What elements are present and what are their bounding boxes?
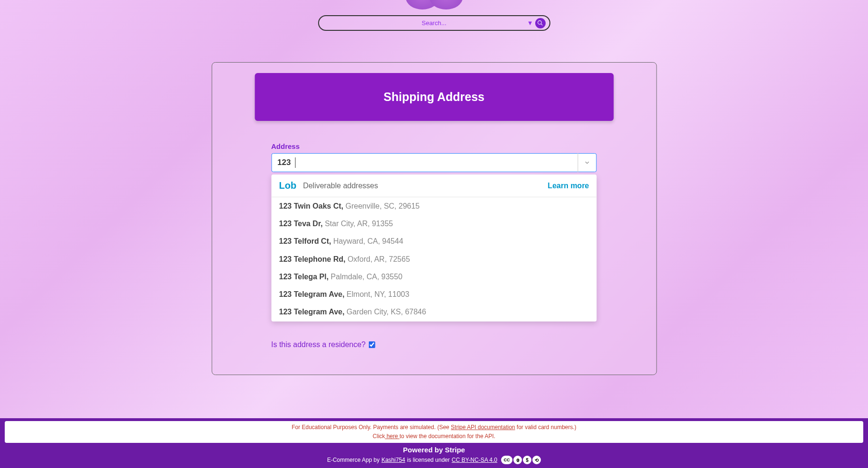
residence-label: Is this address a residence? bbox=[271, 340, 365, 349]
suggestion-item[interactable]: 123 Telegram Ave, Elmont, NY, 11003 bbox=[271, 285, 596, 303]
search-container: Search... ▼ bbox=[318, 15, 550, 31]
cc-icons: CC 🄯 $ ⟲ bbox=[501, 456, 541, 464]
suggestion-secondary: Palmdale, CA, 93550 bbox=[330, 273, 402, 281]
cc-by-icon: 🄯 bbox=[513, 456, 522, 464]
search-icon bbox=[537, 20, 543, 26]
suggestion-secondary: Star City, AR, 91355 bbox=[325, 220, 393, 228]
cc-icon: CC bbox=[501, 456, 512, 464]
decorative-blobs bbox=[411, 0, 458, 9]
notice-line-2: Click here to view the documentation for… bbox=[5, 432, 863, 441]
suggestion-secondary: Elmont, NY, 11003 bbox=[347, 290, 409, 298]
notice-text: for valid card numbers.) bbox=[515, 424, 576, 431]
suggestion-primary: 123 Telephone Rd, bbox=[279, 255, 345, 263]
card-title: Shipping Address bbox=[255, 73, 613, 121]
address-suggestions-dropdown: Lob Deliverable addresses Learn more 123… bbox=[271, 174, 596, 321]
suggestion-item[interactable]: 123 Telephone Rd, Oxford, AR, 72565 bbox=[271, 250, 596, 268]
suggestion-primary: 123 Telegram Ave, bbox=[279, 290, 344, 298]
suggestion-secondary: Hayward, CA, 94544 bbox=[333, 237, 403, 245]
suggestion-primary: 123 Telega Pl, bbox=[279, 273, 329, 281]
address-form: Address Lob Deliverable addresses Learn … bbox=[255, 142, 613, 349]
search-button[interactable] bbox=[535, 18, 546, 28]
address-input-wrapper: Lob Deliverable addresses Learn more 123… bbox=[271, 153, 596, 172]
suggestion-primary: 123 Twin Oaks Ct, bbox=[279, 202, 343, 210]
suggestion-item[interactable]: 123 Telford Ct, Hayward, CA, 94544 bbox=[271, 232, 596, 250]
suggestion-item[interactable]: 123 Twin Oaks Ct, Greenville, SC, 29615 bbox=[271, 197, 596, 215]
suggestion-list: 123 Twin Oaks Ct, Greenville, SC, 296151… bbox=[271, 197, 596, 321]
license-text: is licensed under bbox=[407, 457, 450, 463]
residence-row: Is this address a residence? bbox=[271, 340, 597, 349]
suggestion-primary: 123 Telford Ct, bbox=[279, 237, 331, 245]
svg-line-1 bbox=[541, 24, 542, 25]
notice-text: For Educational Purposes Only. Payments … bbox=[292, 424, 451, 431]
license-link[interactable]: CC BY-NC-SA 4.0 bbox=[452, 457, 497, 463]
lob-logo: Lob bbox=[279, 180, 296, 191]
footer-notice: For Educational Purposes Only. Payments … bbox=[5, 421, 863, 443]
learn-more-link[interactable]: Learn more bbox=[548, 182, 589, 190]
suggestion-item[interactable]: 123 Telegram Ave, Garden City, KS, 67846 bbox=[271, 303, 596, 321]
search-input[interactable]: Search... ▼ bbox=[318, 15, 550, 31]
residence-checkbox[interactable] bbox=[368, 341, 375, 348]
api-docs-link[interactable]: here bbox=[385, 433, 400, 440]
notice-text: Click bbox=[373, 433, 385, 440]
svg-point-0 bbox=[538, 21, 542, 25]
suggestions-subtitle: Deliverable addresses bbox=[303, 182, 548, 190]
dropdown-toggle[interactable] bbox=[577, 153, 596, 172]
cc-nc-icon: $ bbox=[523, 456, 531, 464]
cc-sa-icon: ⟲ bbox=[532, 456, 541, 464]
suggestion-item[interactable]: 123 Telegraph Hill Rd, Holmdel, NJ, 0773… bbox=[271, 321, 596, 321]
author-link[interactable]: Kashi754 bbox=[382, 457, 405, 463]
powered-by: Powered by Stripe bbox=[0, 446, 868, 454]
notice-line-1: For Educational Purposes Only. Payments … bbox=[5, 423, 863, 432]
stripe-docs-link[interactable]: Stripe API documentation bbox=[451, 424, 515, 431]
address-label: Address bbox=[271, 142, 597, 150]
search-actions: ▼ bbox=[527, 18, 546, 28]
suggestion-secondary: Greenville, SC, 29615 bbox=[345, 202, 420, 210]
page-footer: For Educational Purposes Only. Payments … bbox=[0, 418, 868, 468]
filter-icon[interactable]: ▼ bbox=[527, 19, 533, 27]
notice-text: to view the documentation for the API. bbox=[400, 433, 495, 440]
suggestion-item[interactable]: 123 Telega Pl, Palmdale, CA, 93550 bbox=[271, 268, 596, 285]
search-placeholder: Search... bbox=[325, 19, 544, 27]
text-cursor bbox=[295, 157, 295, 168]
suggestion-secondary: Garden City, KS, 67846 bbox=[347, 308, 426, 316]
address-input[interactable] bbox=[271, 153, 596, 172]
shipping-address-card: Shipping Address Address Lob Deliverable… bbox=[211, 62, 657, 375]
suggestion-primary: 123 Telegram Ave, bbox=[279, 308, 344, 316]
suggestion-secondary: Oxford, AR, 72565 bbox=[347, 255, 410, 263]
suggestions-header: Lob Deliverable addresses Learn more bbox=[271, 174, 596, 197]
suggestion-item[interactable]: 123 Teva Dr, Star City, AR, 91355 bbox=[271, 215, 596, 232]
license-row: E-Commerce App by Kashi754 is licensed u… bbox=[0, 456, 868, 464]
license-text: E-Commerce App by bbox=[327, 457, 380, 463]
suggestion-primary: 123 Teva Dr, bbox=[279, 220, 322, 228]
chevron-down-icon bbox=[584, 159, 591, 166]
